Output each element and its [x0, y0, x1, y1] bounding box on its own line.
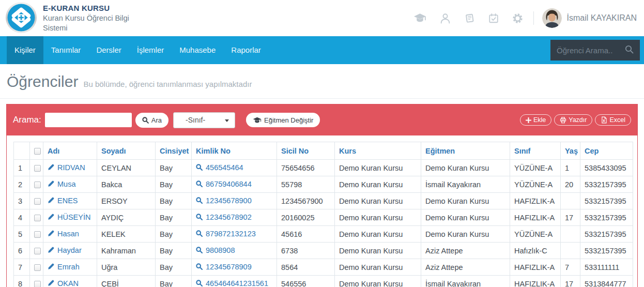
nav-item-tanımlar[interactable]: Tanımlar: [43, 36, 89, 64]
book-icon[interactable]: [464, 13, 475, 23]
nav-item-raporlar[interactable]: Raporlar: [223, 36, 269, 64]
cell-kurs: Demo Kuran Kursu: [335, 176, 421, 193]
table-search-input[interactable]: [45, 113, 132, 127]
nav-item-muhasebe[interactable]: Muhasebe: [172, 36, 223, 64]
cell-kimlik: 12345678909: [192, 259, 277, 276]
brand-title: E-KURAN KURSU: [43, 4, 159, 12]
cell-yas: [561, 243, 580, 259]
gear-icon[interactable]: [512, 13, 523, 24]
student-search-input[interactable]: [550, 46, 625, 55]
student-name-link[interactable]: Haydar: [48, 246, 82, 254]
cell-kurs: Demo Kuran Kursu: [335, 193, 421, 209]
kimlik-no-link[interactable]: 879872132123: [196, 230, 256, 238]
column-header: Cep: [580, 142, 633, 160]
row-checkbox[interactable]: [34, 182, 41, 188]
student-name-link[interactable]: Emrah: [48, 263, 80, 271]
kimlik-no-link[interactable]: 86759406844: [196, 180, 252, 188]
cell-soyadi: KELEK: [97, 226, 156, 243]
student-row: 1RIDVANCEYLANBay45654546475654656Demo Ku…: [14, 160, 633, 176]
kimlik-no-link[interactable]: 12345678909: [196, 263, 252, 271]
user-name[interactable]: İsmail KAYAKIRAN: [567, 13, 637, 23]
kimlik-no-link[interactable]: 9808908: [196, 246, 235, 254]
row-checkbox[interactable]: [34, 281, 41, 287]
cell-kimlik: 12345678902: [192, 209, 277, 226]
add-button[interactable]: Ekle: [520, 114, 551, 126]
cell-cinsiyet: Bay: [156, 226, 192, 243]
column-header: Adı: [43, 142, 97, 160]
nav-item-işlemler[interactable]: İşlemler: [129, 36, 172, 64]
cell-adi: Haydar: [43, 243, 97, 259]
select-all-checkbox[interactable]: [34, 148, 41, 155]
student-name-link[interactable]: OKAN: [48, 279, 79, 287]
cell-yas: [561, 226, 580, 243]
cell-adi: RIDVAN: [43, 160, 97, 176]
kimlik-no-link[interactable]: 456545464: [196, 163, 243, 172]
cell-soyadi: Bakca: [97, 176, 156, 193]
nav-item-dersler[interactable]: Dersler: [88, 36, 129, 64]
cell-egitmen: Demo Kuran Kursu: [421, 226, 510, 243]
cell-kurs: Demo Kuran Kursu: [335, 276, 421, 287]
kimlik-no-link[interactable]: 12345678900: [196, 197, 252, 205]
class-filter-select[interactable]: -Sınıf-: [173, 112, 235, 128]
column-header: Eğitmen: [421, 142, 510, 160]
page-head: Öğrenciler Bu bölümde, öğrenci tanımlanm…: [0, 64, 644, 99]
row-checkbox[interactable]: [34, 264, 41, 271]
calendar-check-icon[interactable]: [488, 13, 499, 24]
row-select-cell: [30, 226, 43, 243]
row-number: 5: [14, 226, 30, 243]
header-divider: [533, 11, 534, 25]
cell-cep: 5332157395: [580, 226, 633, 243]
student-name-link[interactable]: RIDVAN: [48, 163, 85, 172]
cell-kurs: Demo Kuran Kursu: [335, 259, 421, 276]
table-body: 1RIDVANCEYLANBay45654546475654656Demo Ku…: [14, 160, 633, 287]
column-header: Kurs: [335, 142, 421, 160]
class-filter-value: -Sınıf-: [186, 116, 205, 124]
column-header: Sicil No: [277, 142, 335, 160]
student-name-link[interactable]: ENES: [48, 197, 78, 205]
cell-egitmen: İsmail Kayakıran: [421, 276, 510, 287]
cell-egitmen: Aziz Attepe: [421, 243, 510, 259]
cell-yas: [561, 193, 580, 209]
cell-sicil: 8564: [277, 259, 335, 276]
print-button-label: Yazdır: [569, 116, 587, 124]
search-icon[interactable]: [625, 45, 634, 56]
row-checkbox[interactable]: [34, 198, 41, 205]
app-root: { "brand": { "title": "E-KURAN KURSU", "…: [0, 0, 644, 287]
cell-soyadi: CEYLAN: [97, 160, 156, 176]
brand: E-KURAN KURSU Kuran Kursu Öğrenci Bilgi …: [43, 4, 159, 33]
select-all-header-cell: [30, 142, 43, 160]
search-button[interactable]: Ara: [135, 113, 168, 128]
row-checkbox[interactable]: [34, 231, 41, 238]
row-select-cell: [30, 276, 43, 287]
graduation-cap-icon[interactable]: [413, 13, 426, 23]
student-row: 2MusaBakcaBay8675940684455798Demo Kuran …: [14, 176, 633, 193]
cell-sinif: Hafızlık-C: [510, 243, 561, 259]
kimlik-no-link[interactable]: 465464641231561: [196, 279, 268, 287]
cell-egitmen: Demo Kuran Kursu: [421, 193, 510, 209]
row-checkbox[interactable]: [34, 248, 41, 254]
student-name-link[interactable]: Musa: [48, 180, 75, 188]
row-select-cell: [30, 259, 43, 276]
cell-yas: 17: [561, 276, 580, 287]
cell-kimlik: 879872132123: [192, 226, 277, 243]
row-select-cell: [30, 209, 43, 226]
cell-sinif: HAFIZLIK-A: [510, 276, 561, 287]
row-checkbox[interactable]: [34, 215, 41, 221]
student-name-link[interactable]: HÜSEYİN: [48, 213, 90, 221]
cell-cep: 533111111: [580, 259, 633, 276]
users-icon[interactable]: [440, 13, 451, 24]
row-number: 6: [14, 243, 30, 259]
cell-cinsiyet: Bay: [156, 209, 192, 226]
change-instructor-button[interactable]: Eğitmen Değiştir: [246, 113, 320, 127]
cell-kurs: Demo Kuran Kursu: [335, 226, 421, 243]
student-name-link[interactable]: Hasan: [48, 230, 79, 238]
cell-cep: 5332157395: [580, 176, 633, 193]
cell-cep: 5332157395: [580, 209, 633, 226]
excel-button[interactable]: Excel: [595, 114, 631, 126]
students-table: AdıSoyadıCinsiyetKimlik NoSicil NoKursEğ…: [13, 142, 633, 287]
print-button[interactable]: Yazdır: [554, 114, 592, 126]
kimlik-no-link[interactable]: 12345678902: [196, 213, 252, 221]
nav-item-kişiler[interactable]: Kişiler: [7, 36, 43, 64]
row-checkbox[interactable]: [34, 165, 41, 172]
avatar[interactable]: [542, 8, 562, 28]
